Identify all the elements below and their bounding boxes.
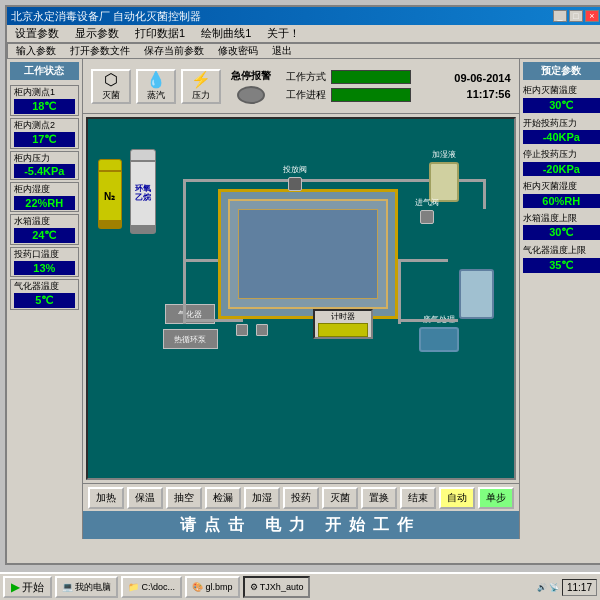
preset-sterilize-humidity-value: 60%RH xyxy=(523,194,600,208)
minimize-button[interactable]: _ xyxy=(553,10,567,22)
auto-button[interactable]: 自动 xyxy=(439,487,475,509)
work-progress-row: 工作进程 xyxy=(286,88,411,102)
taskbar: ▶ 开始 💻我的电脑 📁 C:\doc... 🎨 gl.bmp ⚙ TJXh_a… xyxy=(0,572,600,600)
evacuate-button[interactable]: 抽空 xyxy=(166,487,202,509)
close-button[interactable]: × xyxy=(585,10,599,22)
pump-label: 热循环泵 xyxy=(174,334,206,345)
submenu-exit[interactable]: 退出 xyxy=(268,43,296,59)
left-panel: 工作状态 柜内测点1 18℃ 柜内测点2 17℃ 柜内压力 -5.4KPa 柜内… xyxy=(7,59,83,539)
heat-button[interactable]: 加热 xyxy=(88,487,124,509)
sensor-water-value: 24℃ xyxy=(14,228,75,243)
preset-sterilize-humidity: 柜内灭菌湿度 60%RH xyxy=(523,181,600,208)
sensor-humidity: 柜内湿度 22%RH xyxy=(10,182,79,212)
menu-about[interactable]: 关于！ xyxy=(263,25,304,42)
sensor-drug-label: 投药口温度 xyxy=(14,249,75,260)
process-diagram: N₂ 环氧乙烷 xyxy=(86,117,516,480)
emergency-label: 急停报警 xyxy=(231,69,271,83)
sensor-point1: 柜内测点1 18℃ xyxy=(10,85,79,116)
valve-indicator-1 xyxy=(236,324,248,336)
preset-drug-start-value: -40KPa xyxy=(523,130,600,144)
pressure-icon-btn[interactable]: ⚡ 压力 xyxy=(181,69,221,104)
sensor-drug-value: 13% xyxy=(14,261,75,275)
sensor-vaporizer: 气化器温度 5℃ xyxy=(10,279,79,310)
date-display: 09-06-2014 xyxy=(454,70,510,87)
menu-display[interactable]: 显示参数 xyxy=(71,25,123,42)
drug-button[interactable]: 投药 xyxy=(283,487,319,509)
sterilize-icon-btn[interactable]: ⬡ 灭菌 xyxy=(91,69,131,104)
taskbar-app[interactable]: ⚙ TJXh_auto xyxy=(243,576,311,598)
work-mode-indicator xyxy=(331,70,411,84)
datetime-display: 09-06-2014 11:17:56 xyxy=(454,70,510,103)
sensor-water-temp: 水箱温度 24℃ xyxy=(10,214,79,245)
leak-check-button[interactable]: 检漏 xyxy=(205,487,241,509)
preset-vaporizer-temp-label: 气化器温度上限 xyxy=(523,245,600,257)
icon-group: ⬡ 灭菌 💧 蒸汽 ⚡ 压力 xyxy=(91,69,221,104)
preset-water-temp-label: 水箱温度上限 xyxy=(523,213,600,225)
humidify-button[interactable]: 加湿 xyxy=(244,487,280,509)
valve-indicator-2 xyxy=(256,324,268,336)
main-area: 工作状态 柜内测点1 18℃ 柜内测点2 17℃ 柜内压力 -5.4KPa 柜内… xyxy=(7,59,600,539)
preset-vaporizer-temp-limit: 气化器温度上限 35℃ xyxy=(523,245,600,273)
preset-sterilize-temp-label: 柜内灭菌温度 xyxy=(523,85,600,97)
submenu-open[interactable]: 打开参数文件 xyxy=(66,43,134,59)
vaporizer-area: 气化器 热循环泵 xyxy=(163,304,218,349)
preset-title: 预定参数 xyxy=(523,62,600,80)
humidifier-area: 加湿液 xyxy=(429,149,459,202)
sterilize-button[interactable]: 灭菌 xyxy=(322,487,358,509)
taskbar-icons: 🔊 📡 xyxy=(537,583,559,592)
menu-curve[interactable]: 绘制曲线1 xyxy=(197,25,255,42)
center-panel: ⬡ 灭菌 💧 蒸汽 ⚡ 压力 急停报警 xyxy=(83,59,519,539)
work-status-title: 工作状态 xyxy=(10,62,79,80)
bottom-buttons: 加热 保温 抽空 检漏 加湿 投药 灭菌 置换 结束 自动 单步 xyxy=(83,483,519,511)
sub-menu-bar: 输入参数 打开参数文件 保存当前参数 修改密码 退出 xyxy=(7,43,600,59)
right-panel: 预定参数 柜内灭菌温度 30℃ 开始投药压力 -40KPa 停止投药压力 -20… xyxy=(519,59,600,539)
n2-label: N₂ xyxy=(104,191,115,202)
title-bar-buttons: _ □ × xyxy=(553,10,599,22)
timer-label: 计时器 xyxy=(331,311,355,322)
title-bar: 北京永定消毒设备厂 自动化灭菌控制器 _ □ × xyxy=(7,7,600,25)
preset-sterilize-temp-value: 30℃ xyxy=(523,98,600,113)
preset-drug-stop-label: 停止投药压力 xyxy=(523,149,600,161)
sensor-vaporizer-value: 5℃ xyxy=(14,293,75,308)
work-progress-indicator xyxy=(331,88,411,102)
steam-icon-btn[interactable]: 💧 蒸汽 xyxy=(136,69,176,104)
submenu-input[interactable]: 输入参数 xyxy=(12,43,60,59)
emergency-light[interactable] xyxy=(237,86,265,104)
inject-valve-area: 投放阀 xyxy=(283,164,307,191)
maximize-button[interactable]: □ xyxy=(569,10,583,22)
sensor-humidity-label: 柜内湿度 xyxy=(14,184,75,195)
submenu-save[interactable]: 保存当前参数 xyxy=(140,43,208,59)
sensor-vaporizer-label: 气化器温度 xyxy=(14,281,75,292)
submenu-password[interactable]: 修改密码 xyxy=(214,43,262,59)
preset-sterilize-humidity-label: 柜内灭菌湿度 xyxy=(523,181,600,193)
sensor-point2-label: 柜内测点2 xyxy=(14,120,75,131)
sensor-point1-value: 18℃ xyxy=(14,99,75,114)
inject-valve-label: 投放阀 xyxy=(283,164,307,175)
start-button[interactable]: ▶ 开始 xyxy=(3,576,52,598)
taskbar-right: 🔊 📡 11:17 xyxy=(537,579,597,596)
work-progress-label: 工作进程 xyxy=(286,88,326,102)
humidifier-label: 加湿液 xyxy=(432,149,456,160)
sensor-pressure-label: 柜内压力 xyxy=(14,153,75,164)
sensor-point2: 柜内测点2 17℃ xyxy=(10,118,79,149)
end-button[interactable]: 结束 xyxy=(400,487,436,509)
taskbar-my-computer[interactable]: 💻我的电脑 xyxy=(55,576,118,598)
eo-label: 环氧乙烷 xyxy=(135,185,151,203)
menu-print[interactable]: 打印数据1 xyxy=(131,25,189,42)
preset-drug-start-pressure: 开始投药压力 -40KPa xyxy=(523,118,600,145)
time-display: 11:17:56 xyxy=(454,86,510,103)
sensor-pressure: 柜内压力 -5.4KPa xyxy=(10,151,79,181)
insulate-button[interactable]: 保温 xyxy=(127,487,163,509)
window-title: 北京永定消毒设备厂 自动化灭菌控制器 xyxy=(11,9,201,24)
preset-drug-stop-pressure: 停止投药压力 -20KPa xyxy=(523,149,600,176)
step-button[interactable]: 单步 xyxy=(478,487,514,509)
preset-vaporizer-temp-value: 35℃ xyxy=(523,258,600,273)
sensor-pressure-value: -5.4KPa xyxy=(14,164,75,178)
gas-inlet-area: 进气阀 xyxy=(415,197,439,224)
sterilization-chamber xyxy=(218,189,398,319)
menu-settings[interactable]: 设置参数 xyxy=(11,25,63,42)
taskbar-documents[interactable]: 📁 C:\doc... xyxy=(121,576,182,598)
timer-display: 计时器 xyxy=(313,309,373,339)
replace-button[interactable]: 置换 xyxy=(361,487,397,509)
taskbar-paint[interactable]: 🎨 gl.bmp xyxy=(185,576,240,598)
